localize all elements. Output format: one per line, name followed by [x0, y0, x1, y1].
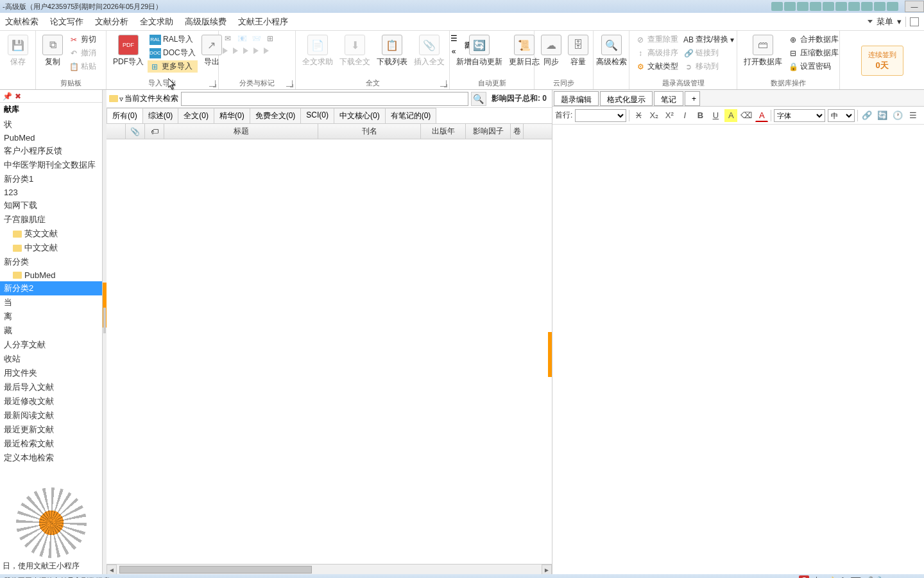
tool-icon[interactable]: 🔧 [876, 575, 886, 578]
doctype-button[interactable]: ⚙文献类型 [633, 60, 680, 73]
filter-tab[interactable]: 所有(0) [107, 108, 143, 123]
filter-tab[interactable]: 精华(0) [214, 108, 250, 123]
paste-button[interactable]: 📋粘贴 [67, 60, 98, 73]
open-db-button[interactable]: 🗃打开数据库 [741, 33, 785, 69]
findreplace-button[interactable]: AB查找/替换▾ [681, 33, 736, 46]
play4-icon[interactable] [253, 48, 259, 54]
download-list-button[interactable]: 📋下载列表 [374, 33, 410, 69]
clear-format-button[interactable]: ⌫ [740, 109, 753, 122]
tree-item[interactable]: 最近更新文献 [0, 423, 102, 437]
grid-column-header[interactable]: 影响因子 [466, 124, 511, 139]
compress-db-button[interactable]: ⊟压缩数据库 [786, 47, 841, 59]
filter-tab[interactable]: 中文核心(0) [334, 108, 386, 123]
tab-add[interactable]: + [685, 91, 700, 106]
tree-item[interactable]: 123 [0, 186, 102, 198]
linkto-button[interactable]: 🔗链接到 [681, 47, 736, 59]
size-select[interactable]: 中 [828, 109, 855, 122]
grid-body[interactable] [107, 139, 552, 564]
mail-reply-icon[interactable]: 📨 [251, 33, 261, 44]
filter-tab[interactable]: 有笔记的(0) [385, 108, 437, 123]
search-button[interactable]: 🔍 [471, 92, 486, 106]
tree-item[interactable]: 人分享文献 [0, 338, 102, 352]
tree-item[interactable]: 知网下载 [0, 198, 102, 213]
menu-miniprogram[interactable]: 文献王小程序 [238, 16, 288, 28]
tree-item[interactable]: 中华医学期刊全文数据库 [0, 158, 102, 172]
ime-logo-icon[interactable]: S [799, 575, 809, 578]
dialog-launcher[interactable] [209, 80, 216, 87]
tree-item[interactable]: 子宫腺肌症 [0, 213, 102, 227]
scroll-right-arrow[interactable]: ► [542, 565, 552, 575]
merge-db-button[interactable]: ⊕合并数据库 [786, 33, 841, 46]
tab-notes[interactable]: 笔记 [654, 91, 683, 106]
menu-dropdown[interactable]: 菜单 [877, 16, 893, 28]
ime-lang[interactable]: 中 [812, 575, 822, 578]
grid-column-header[interactable]: 🏷 [145, 124, 164, 139]
mic-icon[interactable]: 🎤 [863, 575, 873, 578]
play3-icon[interactable] [243, 48, 248, 54]
tree-item[interactable]: 最近修改文献 [0, 394, 102, 408]
pdf-import-button[interactable]: PDF PDF导入 [110, 33, 146, 69]
grid-column-header[interactable]: 标题 [164, 124, 318, 139]
menu-renew[interactable]: 高级版续费 [185, 16, 227, 28]
doc-import-button[interactable]: DOCDOC导入 [148, 47, 198, 59]
font-color-button[interactable]: A [755, 109, 768, 122]
tree-item[interactable]: 藏 [0, 324, 102, 338]
punct-icon[interactable]: ° [837, 575, 848, 578]
tree-item[interactable]: 离 [0, 310, 102, 324]
tab-formatted[interactable]: 格式化显示 [600, 91, 653, 106]
list-button[interactable]: ☰ [907, 109, 920, 122]
collapse-ribbon-icon[interactable] [868, 20, 873, 23]
undo-button[interactable]: ↶撤消 [67, 47, 98, 59]
cut-button[interactable]: ✂剪切 [67, 33, 98, 46]
download-fulltext-button[interactable]: ⬇下载全文 [337, 33, 373, 69]
filter-tab[interactable]: 全文(0) [178, 108, 214, 123]
dialog-launcher[interactable] [286, 80, 293, 87]
highlight-button[interactable]: A [724, 109, 737, 122]
grid-icon[interactable]: ⊞ [265, 33, 275, 44]
signin-promo[interactable]: 连续签到 0天 [861, 46, 903, 76]
tree-item[interactable]: 新分类 [0, 255, 102, 269]
keyboard-icon[interactable]: ⌨ [850, 575, 860, 578]
grid-column-header[interactable] [107, 124, 126, 139]
password-button[interactable]: 🔒设置密码 [786, 60, 841, 73]
tree-item[interactable]: 用文件夹 [0, 366, 102, 380]
ral-import-button[interactable]: RALRAL导入 [148, 33, 198, 46]
close-panel-icon[interactable]: ✖ [15, 92, 21, 101]
dialog-launcher[interactable] [440, 80, 447, 87]
italic-button[interactable]: I [678, 109, 691, 122]
strikethrough-button[interactable]: X [632, 109, 645, 122]
pin-icon[interactable]: 📌 [3, 92, 12, 101]
superscript-button[interactable]: X² [663, 109, 676, 122]
tree-item[interactable]: 新分类1 [0, 172, 102, 186]
advsort-button[interactable]: ↕高级排序 [633, 47, 680, 59]
timestamp-button[interactable]: 🕐 [891, 109, 904, 122]
window-minimize-button[interactable]: — [905, 1, 924, 12]
folder-tree[interactable]: 状PubMed客户小程序反馈中华医学期刊全文数据库新分类1123知网下载子宫腺肌… [0, 116, 102, 489]
grid-column-header[interactable]: 卷 [511, 124, 524, 139]
sync-button[interactable]: ☁同步 [538, 33, 564, 69]
refresh-button[interactable]: 🔄 [876, 109, 889, 122]
horizontal-scrollbar[interactable]: ◄ ► [107, 564, 552, 574]
more-import-button[interactable]: ⊞更多导入 [148, 60, 198, 73]
play5-icon[interactable] [264, 48, 269, 54]
grid-icon[interactable]: ⊞ [889, 575, 899, 578]
copy-button[interactable]: ⧉ 复制 [40, 33, 65, 69]
search-scope[interactable]: ▿ 当前文件夹检索 [109, 93, 178, 104]
tree-item[interactable]: 收站 [0, 352, 102, 366]
tree-item[interactable]: 定义本地检索 [0, 451, 102, 465]
subscript-button[interactable]: X₂ [647, 109, 660, 122]
scroll-left-arrow[interactable]: ◄ [107, 565, 117, 575]
menu-search[interactable]: 文献检索 [5, 16, 38, 28]
dedup-button[interactable]: ⊘查重除重 [633, 33, 680, 46]
tree-item[interactable]: 新分类2 [0, 281, 102, 295]
save-button[interactable]: 💾 保存 [4, 33, 31, 69]
tree-item[interactable]: 英文文献 [0, 227, 102, 241]
tree-item[interactable]: 最后导入文献 [0, 380, 102, 394]
ime-icons[interactable]: S 中 🌙 ° ⌨ 🎤 🔧 ⊞ [799, 575, 899, 578]
editor-body[interactable] [552, 125, 924, 574]
link-button[interactable]: 🔗 [860, 109, 873, 122]
bold-button[interactable]: B [694, 109, 706, 122]
filter-tab[interactable]: 综述(0) [142, 108, 179, 123]
tree-item[interactable]: 当 [0, 295, 102, 310]
underline-button[interactable]: U [709, 109, 722, 122]
